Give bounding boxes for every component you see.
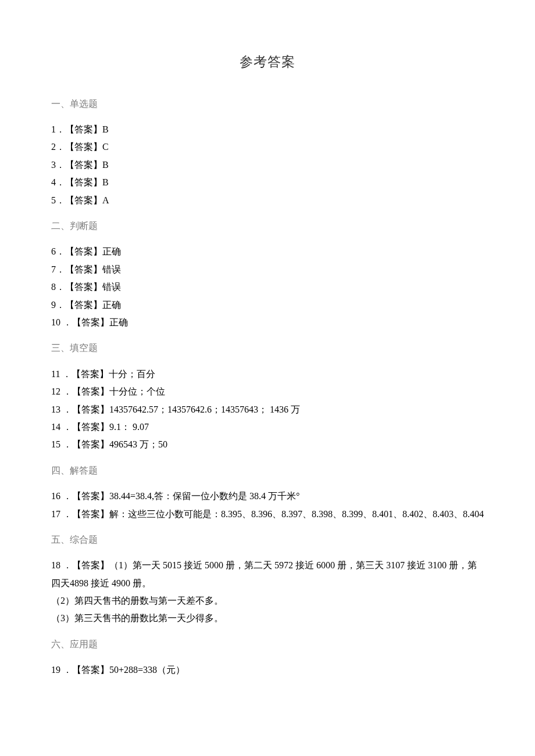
answer-item-12: 12 ．【答案】十分位；个位 xyxy=(51,383,484,400)
item-number: 2 xyxy=(51,142,56,152)
answer-label: ．【答案】 xyxy=(60,439,109,449)
answer-value: 正确 xyxy=(109,317,128,327)
answer-item-16: 16 ．【答案】38.44=38.4,答：保留一位小数约是 38.4 万千米° xyxy=(51,488,484,505)
answer-label: ．【答案】 xyxy=(60,386,109,396)
answer-value: 错误 xyxy=(102,282,121,292)
answer-item-19: 19 ．【答案】50+288=338（元） xyxy=(51,661,484,679)
section-heading-5: 五、综合题 xyxy=(51,531,484,549)
answer-label: ．【答案】 xyxy=(60,560,109,570)
answer-item-7: 7．【答案】错误 xyxy=(51,261,484,278)
item-number: 17 xyxy=(51,509,60,519)
answer-item-5: 5．【答案】A xyxy=(51,192,484,209)
answer-item-8: 8．【答案】错误 xyxy=(51,278,484,296)
item-number: 4 xyxy=(51,177,56,187)
answer-label: ．【答案】 xyxy=(60,509,109,519)
answer-label: ．【答案】 xyxy=(60,491,109,501)
answer-item-11: 11 ．【答案】十分；百分 xyxy=(51,366,484,383)
answer-label: ．【答案】 xyxy=(56,177,102,187)
section-heading-2: 二、判断题 xyxy=(51,217,484,235)
answer-value: C xyxy=(102,142,109,152)
answer-label: ．【答案】 xyxy=(56,124,102,134)
answer-value: 496543 万；50 xyxy=(109,439,167,449)
answer-item-6: 6．【答案】正确 xyxy=(51,243,484,260)
answer-label: ．【答案】 xyxy=(56,282,102,292)
answer-value: 9.1： 9.07 xyxy=(109,422,149,432)
page-title: 参考答案 xyxy=(51,49,484,75)
answer-item-14: 14 ．【答案】9.1： 9.07 xyxy=(51,418,484,436)
item-number: 13 xyxy=(51,404,60,414)
item-number: 16 xyxy=(51,491,60,501)
item-number: 10 xyxy=(51,317,60,327)
answer-value: 解：这些三位小数可能是：8.395、8.396、8.397、8.398、8.39… xyxy=(109,509,484,519)
answer-label: ．【答案】 xyxy=(60,369,109,379)
answer-label: ．【答案】 xyxy=(60,317,109,327)
answer-label: ．【答案】 xyxy=(60,422,109,432)
answer-label: ．【答案】 xyxy=(56,246,102,256)
answer-value: A xyxy=(102,195,109,205)
section-heading-1: 一、单选题 xyxy=(51,95,484,113)
answer-value: 正确 xyxy=(102,246,121,256)
item-number: 1 xyxy=(51,124,56,134)
answer-value: B xyxy=(102,177,109,187)
item-number: 19 xyxy=(51,665,60,675)
section-heading-3: 三、填空题 xyxy=(51,339,484,357)
answer-label: ．【答案】 xyxy=(56,300,102,310)
answer-value: 正确 xyxy=(102,300,121,310)
answer-value: 50+288=338（元） xyxy=(109,665,185,675)
answer-item-18-sub2: （2）第四天售书的册数与第一天差不多。 xyxy=(51,592,484,610)
answer-label: ．【答案】 xyxy=(56,142,102,152)
item-number: 5 xyxy=(51,195,56,205)
answer-value: 38.44=38.4,答：保留一位小数约是 38.4 万千米° xyxy=(109,491,299,501)
answer-item-18: 18 ．【答案】（1）第一天 5015 接近 5000 册，第二天 5972 接… xyxy=(51,557,484,592)
item-number: 11 xyxy=(51,369,60,379)
answer-item-3: 3．【答案】B xyxy=(51,156,484,174)
answer-value: 十分；百分 xyxy=(109,369,155,379)
item-number: 9 xyxy=(51,300,56,310)
answer-label: ．【答案】 xyxy=(60,665,109,675)
answer-item-4: 4．【答案】B xyxy=(51,174,484,191)
item-number: 12 xyxy=(51,386,60,396)
answer-label: ．【答案】 xyxy=(56,264,102,274)
item-number: 8 xyxy=(51,282,56,292)
answer-item-9: 9．【答案】正确 xyxy=(51,296,484,314)
answer-item-2: 2．【答案】C xyxy=(51,138,484,156)
item-number: 3 xyxy=(51,160,56,170)
answer-value: B xyxy=(102,124,109,134)
item-number: 6 xyxy=(51,246,56,256)
section-heading-6: 六、应用题 xyxy=(51,636,484,653)
answer-item-17: 17 ．【答案】解：这些三位小数可能是：8.395、8.396、8.397、8.… xyxy=(51,506,484,523)
section-heading-4: 四、解答题 xyxy=(51,462,484,479)
answer-item-10: 10 ．【答案】正确 xyxy=(51,314,484,331)
item-number: 7 xyxy=(51,264,56,274)
answer-value: 十分位；个位 xyxy=(109,386,165,396)
item-number: 15 xyxy=(51,439,60,449)
answer-value: （1）第一天 5015 接近 5000 册，第二天 5972 接近 6000 册… xyxy=(51,560,477,587)
item-number: 18 xyxy=(51,560,60,570)
answer-value: 错误 xyxy=(102,264,121,274)
answer-item-15: 15 ．【答案】496543 万；50 xyxy=(51,436,484,453)
item-number: 14 xyxy=(51,422,60,432)
answer-item-13: 13 ．【答案】14357642.57；14357642.6；14357643；… xyxy=(51,401,484,418)
answer-label: ．【答案】 xyxy=(56,160,102,170)
answer-label: ．【答案】 xyxy=(56,195,102,205)
answer-value: B xyxy=(102,160,109,170)
answer-label: ．【答案】 xyxy=(60,404,109,414)
answer-value: 14357642.57；14357642.6；14357643； 1436 万 xyxy=(109,404,300,414)
answer-item-18-sub3: （3）第三天售书的册数比第一天少得多。 xyxy=(51,610,484,627)
answer-item-1: 1．【答案】B xyxy=(51,121,484,138)
